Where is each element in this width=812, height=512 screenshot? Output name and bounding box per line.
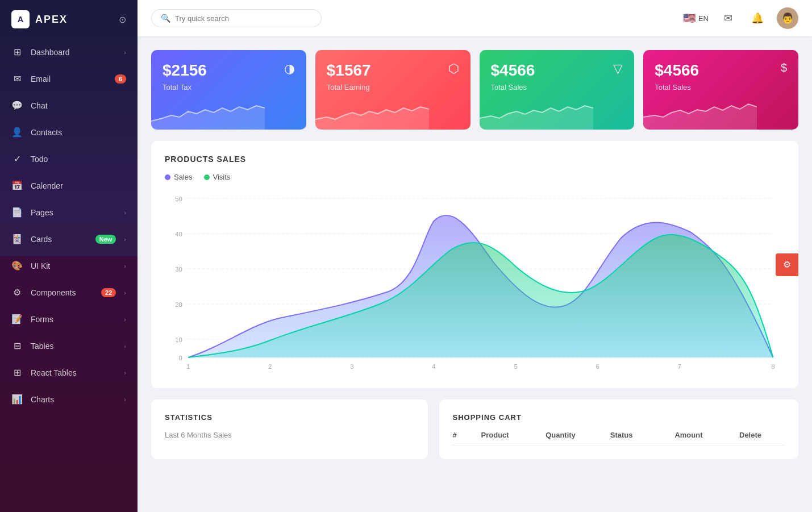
col-product: Product <box>481 431 546 439</box>
nav-icon-pages: 📄 <box>11 207 23 218</box>
sidebar-item-contacts[interactable]: 👤 Contacts <box>0 119 138 145</box>
legend-sales: Sales <box>165 173 193 181</box>
col-quantity: Quantity <box>546 431 610 439</box>
sidebar-item-charts[interactable]: 📊 Charts › <box>0 386 138 413</box>
col-amount: Amount <box>674 431 739 439</box>
badge-components: 22 <box>101 288 116 297</box>
badge-cards: New <box>95 235 116 244</box>
sidebar-item-pages[interactable]: 📄 Pages › <box>0 199 138 226</box>
nav-arrow-pages: › <box>124 209 126 216</box>
stat-label-sales-green: Total Sales <box>491 83 623 91</box>
statistics-title: STATISTICS <box>165 413 414 422</box>
sidebar-item-chat[interactable]: 💬 Chat <box>0 92 138 119</box>
sidebar-item-forms[interactable]: 📝 Forms › <box>0 306 138 332</box>
sidebar-navigation: ⊞ Dashboard › ✉ Email 6 💬 Chat 👤 Contact… <box>0 39 138 512</box>
sidebar-item-react-tables[interactable]: ⊞ React Tables › <box>0 359 138 386</box>
nav-label-react-tables: React Tables <box>31 368 116 377</box>
mail-button[interactable]: ✉ <box>718 8 738 28</box>
nav-arrow-components: › <box>124 289 126 296</box>
sidebar-item-cards[interactable]: 🃏 Cards New › <box>0 226 138 252</box>
nav-arrow-cards: › <box>124 236 126 243</box>
svg-text:50: 50 <box>175 195 182 202</box>
svg-text:8: 8 <box>771 363 774 370</box>
nav-icon-ui-kit: 🎨 <box>11 260 23 271</box>
search-input[interactable] <box>175 14 312 23</box>
search-icon: 🔍 <box>161 14 170 23</box>
svg-text:5: 5 <box>514 363 517 370</box>
svg-text:4: 4 <box>432 363 435 370</box>
sidebar-item-todo[interactable]: ✓ Todo <box>0 145 138 172</box>
nav-arrow-forms: › <box>124 316 126 323</box>
nav-label-chat: Chat <box>31 101 126 110</box>
svg-text:7: 7 <box>678 363 681 370</box>
nav-icon-todo: ✓ <box>11 153 23 164</box>
nav-label-contacts: Contacts <box>31 128 126 137</box>
sidebar-item-ui-kit[interactable]: 🎨 UI Kit › <box>0 252 138 279</box>
stat-value-sales-pink: $4566 <box>655 61 699 80</box>
col-hash: # <box>453 431 481 439</box>
stat-value-earning: $1567 <box>327 61 371 80</box>
nav-icon-components: ⚙ <box>11 287 23 298</box>
header-actions: 🇺🇸 EN ✉ 🔔 👨 <box>683 7 798 29</box>
nav-arrow-react-tables: › <box>124 369 126 376</box>
statistics-card: STATISTICS Last 6 Months Sales <box>151 399 428 459</box>
svg-text:0: 0 <box>179 355 182 361</box>
chart-legend: Sales Visits <box>165 173 785 181</box>
badge-email: 6 <box>115 74 126 84</box>
notifications-button[interactable]: 🔔 <box>747 8 768 28</box>
nav-label-pages: Pages <box>31 208 116 217</box>
cart-title: SHOPPING CART <box>453 413 785 422</box>
svg-text:20: 20 <box>175 301 182 308</box>
nav-label-tables: Tables <box>31 342 116 351</box>
legend-dot-sales <box>165 174 170 180</box>
nav-icon-charts: 📊 <box>11 394 23 405</box>
svg-text:6: 6 <box>596 363 599 370</box>
sidebar-logo: A APEX ⊙ <box>0 0 138 39</box>
col-delete: Delete <box>739 431 785 439</box>
stat-cards-grid: $2156 ◑ Total Tax $1567 ⬡ Total Earning <box>151 50 798 130</box>
sidebar-toggle-icon[interactable]: ⊙ <box>119 14 126 25</box>
language-label: EN <box>698 14 709 23</box>
chart-container: 0 10 20 30 40 50 1 2 3 4 5 6 7 8 <box>165 193 785 374</box>
nav-icon-forms: 📝 <box>11 314 23 324</box>
nav-label-forms: Forms <box>31 315 116 324</box>
sidebar-item-tables[interactable]: ⊟ Tables › <box>0 332 138 359</box>
stat-card-earning: $1567 ⬡ Total Earning <box>315 50 470 130</box>
search-box[interactable]: 🔍 <box>151 9 322 27</box>
nav-label-calender: Calender <box>31 181 126 190</box>
stat-icon-sales-pink: $ <box>781 61 787 74</box>
nav-icon-dashboard: ⊞ <box>11 47 23 57</box>
avatar[interactable]: 👨 <box>777 7 798 29</box>
sidebar-item-components[interactable]: ⚙ Components 22 › <box>0 279 138 306</box>
stat-icon-tax: ◑ <box>284 61 295 76</box>
sidebar-item-email[interactable]: ✉ Email 6 <box>0 65 138 92</box>
nav-arrow-ui-kit: › <box>124 263 126 269</box>
stat-label-earning: Total Earning <box>327 83 459 91</box>
sidebar-item-calender[interactable]: 📅 Calender <box>0 172 138 199</box>
nav-icon-calender: 📅 <box>11 180 23 191</box>
language-button[interactable]: 🇺🇸 EN <box>683 12 709 24</box>
nav-label-ui-kit: UI Kit <box>31 261 116 270</box>
settings-fab[interactable]: ⚙ <box>776 253 798 276</box>
nav-label-todo: Todo <box>31 155 126 164</box>
content-area: $2156 ◑ Total Tax $1567 ⬡ Total Earning <box>138 36 812 512</box>
flag-icon: 🇺🇸 <box>683 12 696 24</box>
chart-title: PRODUCTS SALES <box>165 155 785 164</box>
nav-icon-email: ✉ <box>11 73 23 84</box>
svg-text:40: 40 <box>175 231 182 238</box>
nav-icon-cards: 🃏 <box>11 234 23 244</box>
sidebar: A APEX ⊙ ⊞ Dashboard › ✉ Email 6 💬 Chat … <box>0 0 138 512</box>
legend-visits: Visits <box>204 173 231 181</box>
nav-label-dashboard: Dashboard <box>31 48 116 57</box>
svg-text:3: 3 <box>350 363 353 370</box>
stat-value-tax: $2156 <box>163 61 207 80</box>
stat-label-tax: Total Tax <box>163 83 295 91</box>
nav-label-cards: Cards <box>31 235 88 244</box>
svg-text:30: 30 <box>175 266 182 273</box>
stat-card-sales-pink: $4566 $ Total Sales <box>643 50 798 130</box>
col-status: Status <box>610 431 675 439</box>
stat-card-tax: $2156 ◑ Total Tax <box>151 50 306 130</box>
sidebar-item-dashboard[interactable]: ⊞ Dashboard › <box>0 39 138 65</box>
header: 🔍 🇺🇸 EN ✉ 🔔 👨 <box>138 0 812 36</box>
nav-arrow-dashboard: › <box>124 49 126 56</box>
